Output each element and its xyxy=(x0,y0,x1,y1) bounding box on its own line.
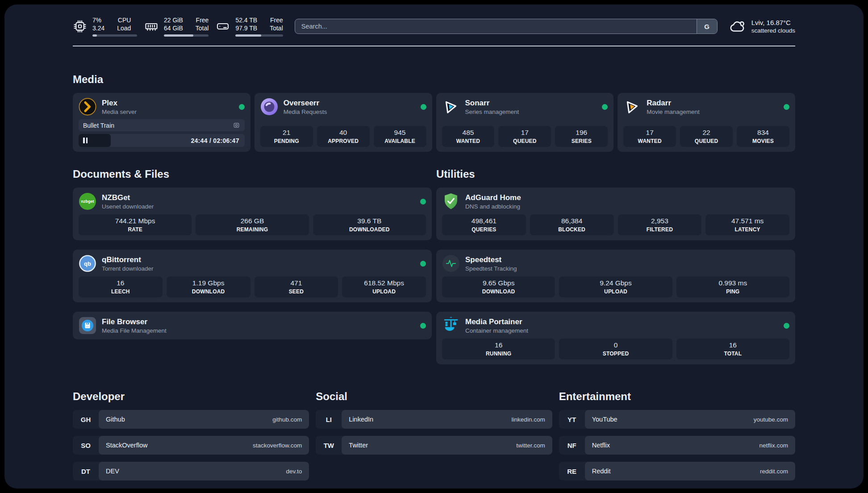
stat-label: RATE xyxy=(80,226,190,233)
memory-total-value: 64 GiB xyxy=(164,24,183,32)
bookmark-url: dev.to xyxy=(286,468,302,475)
disk-stat-body: 52.4 TB 97.9 TB Free Total xyxy=(235,16,283,37)
plex-icon xyxy=(79,98,96,116)
bookmark-name: Twitter xyxy=(349,442,368,449)
cpu-stat-widget: 7% 3.24 CPU Load xyxy=(73,16,137,37)
weather-text: Lviv, 16.87°C scattered clouds xyxy=(751,19,795,34)
bookmark-netflix[interactable]: NF Netflix netflix.com xyxy=(559,436,795,455)
stat-value: 744.21 Mbps xyxy=(80,217,190,225)
bookmark-url: twitter.com xyxy=(516,442,545,449)
search-engine-button[interactable]: G xyxy=(697,19,717,33)
app-meta: File Browser Media File Management xyxy=(102,318,167,334)
stat-box: 86,384 BLOCKED xyxy=(530,214,614,235)
stat-label: AVAILABLE xyxy=(376,138,425,144)
memory-stat-body: 22 GiB 64 GiB Free Total xyxy=(164,16,209,37)
stat-value: 266 GB xyxy=(197,217,307,225)
disk-total-label: Total xyxy=(270,24,283,32)
app-header: Sonarr Series management xyxy=(442,98,608,116)
bookmark-url: reddit.com xyxy=(760,468,788,475)
stat-box: 485 WANTED xyxy=(442,126,495,147)
filebrowser-card[interactable]: File Browser Media File Management xyxy=(73,312,432,339)
qbittorrent-card[interactable]: qb qBittorrent Torrent downloader 16 LEE… xyxy=(73,250,432,302)
disk-stat-text: 52.4 TB 97.9 TB Free Total xyxy=(235,16,283,32)
stat-label: QUEUED xyxy=(500,138,549,144)
bookmark-twitter[interactable]: TW Twitter twitter.com xyxy=(316,436,552,455)
radarr-card[interactable]: Radarr Movie management 17 WANTED 22 QUE… xyxy=(618,93,795,152)
stat-box: 17 WANTED xyxy=(623,126,676,147)
app-name: Speedtest xyxy=(465,255,517,264)
search-input[interactable] xyxy=(295,19,697,33)
stat-value: 17 xyxy=(500,129,549,137)
stats-row: 16 RUNNING 0 STOPPED 16 TOTAL xyxy=(442,334,789,359)
app-description: DNS and adblocking xyxy=(465,203,521,210)
bookmark-abbr: DT xyxy=(73,462,99,480)
app-header: Media Portainer Container management xyxy=(442,317,789,334)
bookmark-github[interactable]: GH Github github.com xyxy=(73,410,309,429)
plex-card[interactable]: Plex Media server Bullet Train xyxy=(73,93,250,152)
status-dot xyxy=(784,104,789,110)
stat-label: QUEUED xyxy=(682,138,731,144)
weather-condition: scattered clouds xyxy=(751,27,795,34)
app-description: Speedtest Tracking xyxy=(465,265,517,272)
documents-section-title: Documents & Files xyxy=(73,168,432,180)
stat-box: 744.21 Mbps RATE xyxy=(79,214,192,235)
stat-box: 9.24 Gbps UPLOAD xyxy=(559,276,672,297)
stat-label: FILTERED xyxy=(620,226,700,233)
stats-row: 17 WANTED 22 QUEUED 834 MOVIES xyxy=(623,122,789,147)
stat-value: 618.52 Mbps xyxy=(344,279,424,287)
sonarr-icon xyxy=(442,98,460,116)
header-divider xyxy=(73,46,795,46)
stat-value: 17 xyxy=(625,129,674,137)
utilities-section-title: Utilities xyxy=(436,168,795,180)
bookmark-dev[interactable]: DT DEV dev.to xyxy=(73,462,309,480)
adguard-card[interactable]: AdGuard Home DNS and adblocking 498,461 … xyxy=(436,188,795,240)
cloud-icon xyxy=(729,18,746,35)
app-header: Plex Media server xyxy=(79,98,245,116)
app-name: Sonarr xyxy=(465,99,519,108)
bookmark-url: linkedin.com xyxy=(512,416,545,423)
playback-progress-bar[interactable]: 24:44 / 02:06:47 xyxy=(79,134,245,147)
camera-icon[interactable] xyxy=(233,121,240,129)
app-name: NZBGet xyxy=(102,193,154,202)
app-description: Media File Management xyxy=(102,327,167,334)
portainer-card[interactable]: Media Portainer Container management 16 … xyxy=(436,312,795,364)
bookmark-reddit[interactable]: RE Reddit reddit.com xyxy=(559,462,795,480)
speedtest-card[interactable]: Speedtest Speedtest Tracking 9.65 Gbps D… xyxy=(436,250,795,302)
stat-label: DOWNLOAD xyxy=(168,288,249,295)
app-meta: Plex Media server xyxy=(102,99,137,115)
cpu-usage-value: 7% xyxy=(92,16,104,24)
cpu-progress-fill xyxy=(92,34,97,37)
pause-icon[interactable] xyxy=(83,138,88,143)
sonarr-card[interactable]: Sonarr Series management 485 WANTED 17 Q… xyxy=(436,93,614,152)
app-description: Media Requests xyxy=(284,109,327,115)
disk-free-label: Free xyxy=(270,16,283,24)
app-description: Series management xyxy=(465,109,519,115)
bookmark-youtube[interactable]: YT YouTube youtube.com xyxy=(559,410,795,429)
stat-label: DOWNLOADED xyxy=(315,226,424,233)
memory-icon xyxy=(144,19,159,33)
cpu-load-value: 3.24 xyxy=(92,24,104,32)
stat-box: 16 TOTAL xyxy=(676,338,789,359)
nzbget-card[interactable]: nzbget NZBGet Usenet downloader 744.21 M… xyxy=(73,188,432,240)
load-label: Load xyxy=(117,24,131,32)
stat-box: 618.52 Mbps UPLOAD xyxy=(342,276,426,297)
overseerr-card[interactable]: Overseerr Media Requests 21 PENDING 40 A… xyxy=(255,93,432,152)
documents-card-stack: nzbget NZBGet Usenet downloader 744.21 M… xyxy=(73,188,432,339)
app-name: qBittorrent xyxy=(102,255,154,264)
stat-box: 834 MOVIES xyxy=(737,126,789,147)
stat-box: 22 QUEUED xyxy=(680,126,733,147)
bookmark-name: Netflix xyxy=(592,442,610,449)
app-description: Torrent downloader xyxy=(102,265,154,272)
media-grid: Plex Media server Bullet Train xyxy=(73,93,795,152)
bookmark-sections: Developer GH Github github.com SO StackO… xyxy=(73,390,795,480)
stat-label: RUNNING xyxy=(444,351,553,357)
stat-label: UPLOAD xyxy=(561,288,670,295)
stat-label: TOTAL xyxy=(678,351,788,357)
app-header: Radarr Movie management xyxy=(623,98,789,116)
stat-label: LATENCY xyxy=(707,226,788,233)
disk-stat-values: 52.4 TB 97.9 TB xyxy=(235,16,257,32)
app-name: Plex xyxy=(102,99,137,108)
bookmark-stackoverflow[interactable]: SO StackOverflow stackoverflow.com xyxy=(73,436,309,455)
bookmark-linkedin[interactable]: LI LinkedIn linkedin.com xyxy=(316,410,552,429)
bookmark-abbr: NF xyxy=(559,436,585,455)
